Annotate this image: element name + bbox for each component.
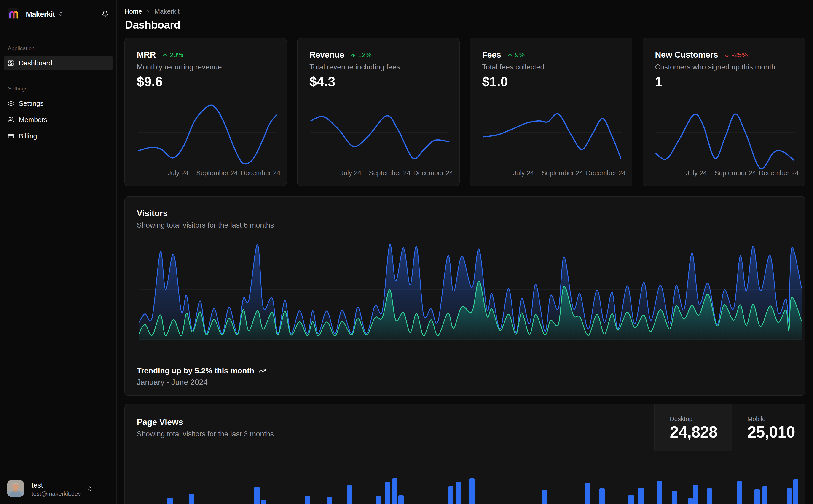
svg-text:July 24: July 24 (167, 169, 189, 177)
svg-text:September 24: September 24 (541, 169, 583, 177)
svg-text:July 24: July 24 (686, 169, 707, 177)
svg-text:December 24: December 24 (586, 169, 626, 177)
svg-text:September 24: September 24 (715, 169, 756, 177)
svg-text:December 24: December 24 (413, 169, 453, 177)
svg-text:December 24: December 24 (241, 169, 280, 177)
svg-text:September 24: September 24 (369, 169, 410, 177)
svg-text:December 24: December 24 (759, 169, 799, 177)
svg-text:July 24: July 24 (513, 169, 534, 177)
svg-text:July 24: July 24 (340, 169, 361, 177)
svg-text:September 24: September 24 (196, 169, 238, 177)
